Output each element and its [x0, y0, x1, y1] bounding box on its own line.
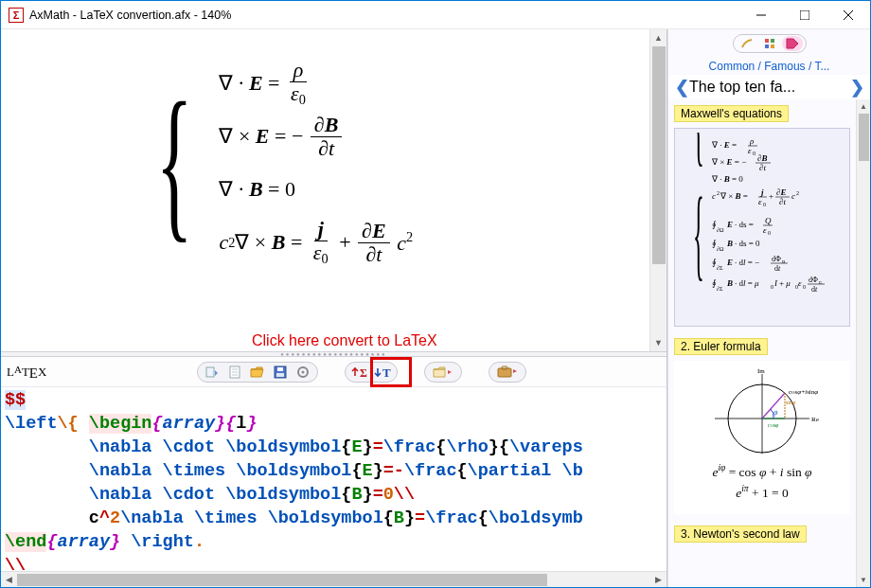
- svg-text:Q: Q: [765, 216, 772, 225]
- svg-text:dΦ: dΦ: [772, 255, 781, 263]
- svg-text:∂Σ: ∂Σ: [717, 286, 723, 292]
- code-hscrollbar[interactable]: ◀ ▶: [1, 571, 667, 587]
- main-column: { ∇ · E = ρε0 ∇ × E = − ∂B∂t: [1, 29, 667, 587]
- svg-text:sinφ: sinφ: [786, 400, 796, 405]
- tb-settings-button[interactable]: [293, 364, 313, 381]
- svg-text:c: c: [712, 191, 716, 201]
- latex-code-panel: $$ \left\{ \begin{array}{l} \nabla \cdot…: [1, 387, 667, 587]
- hscroll-track[interactable]: [547, 572, 650, 587]
- svg-rect-4: [206, 367, 214, 377]
- svg-text:c: c: [791, 191, 795, 201]
- hscroll-thumb[interactable]: [17, 574, 547, 586]
- window-title: AxMath - LaTeX convertion.afx - 140%: [29, 9, 739, 22]
- equation-maxwell: { ∇ · E = ρε0 ∇ × E = − ∂B∂t: [162, 62, 413, 263]
- tb-group-library: [424, 362, 462, 383]
- svg-text:∂Ω: ∂Ω: [717, 227, 724, 233]
- window-controls: [739, 1, 870, 28]
- svg-text:∂E: ∂E: [776, 187, 786, 197]
- prev-category-button[interactable]: ❮: [674, 77, 689, 98]
- svg-text:∂t: ∂t: [779, 197, 786, 206]
- svg-text:B: B: [726, 278, 733, 288]
- card-label-newton: 3. Newton's second law: [674, 526, 807, 543]
- side-scroll-track[interactable]: [857, 161, 870, 573]
- side-tab-grid[interactable]: [759, 36, 780, 51]
- tb-save-button[interactable]: [270, 364, 291, 381]
- svg-text:j: j: [759, 187, 764, 197]
- content-area: { ∇ · E = ρε0 ∇ × E = − ∂B∂t: [1, 29, 870, 587]
- svg-text:ε: ε: [763, 225, 767, 235]
- side-scroll-thumb[interactable]: [859, 114, 869, 161]
- tb-to-latex-button[interactable]: T: [372, 364, 393, 381]
- arrow-down-t-icon: T: [374, 365, 391, 379]
- tb-group-file: [197, 362, 318, 383]
- tb-group-export: [489, 362, 526, 383]
- card-maxwell[interactable]: { ∇ · E = ρε0 ∇ × E = − ∂B∂t ∇ · B = 0 c…: [674, 128, 850, 327]
- svg-rect-21: [771, 45, 774, 48]
- svg-text:Im: Im: [757, 367, 765, 375]
- svg-text:∇ · B = 0: ∇ · B = 0: [711, 174, 743, 184]
- svg-text:2: 2: [796, 190, 799, 196]
- arrow-up-sigma-icon: Σ: [351, 365, 368, 379]
- side-vscrollbar[interactable]: ▲ ▼: [856, 99, 870, 587]
- side-tab-brush[interactable]: [737, 36, 757, 51]
- svg-point-13: [301, 370, 304, 373]
- tb-open-button[interactable]: [247, 364, 268, 381]
- svg-text:cosφ+isinφ: cosφ+isinφ: [789, 388, 818, 396]
- maximize-button[interactable]: [783, 1, 827, 28]
- scroll-thumb[interactable]: [652, 46, 666, 264]
- svg-text:{: {: [693, 133, 704, 174]
- app-icon: Σ: [9, 8, 24, 23]
- tag-icon: [786, 38, 799, 49]
- svg-text:T: T: [382, 365, 391, 379]
- hscroll-left-arrow[interactable]: ◀: [1, 572, 17, 587]
- gear-icon: [296, 365, 310, 379]
- svg-text:∂B: ∂B: [757, 153, 767, 163]
- tb-folder-button[interactable]: [429, 364, 457, 381]
- callout-text: Click here convert to LaTeX: [252, 332, 437, 349]
- tb-to-equation-button[interactable]: Σ: [349, 364, 370, 381]
- page-icon: [229, 365, 240, 379]
- briefcase-icon: [497, 365, 518, 378]
- svg-text:cosφ: cosφ: [768, 422, 779, 428]
- svg-text:∂Ω: ∂Ω: [717, 246, 724, 252]
- scroll-down-arrow[interactable]: ▼: [650, 334, 667, 351]
- tb-briefcase-button[interactable]: [493, 364, 522, 381]
- card-euler[interactable]: Re Im φ cosφ+isinφ sinφ cosφ: [674, 361, 850, 514]
- equation-stack: ∇ · E = ρε0 ∇ × E = − ∂B∂t ∇ · B = 0: [219, 62, 413, 263]
- svg-text:+ μ: + μ: [779, 278, 791, 288]
- close-button[interactable]: [827, 1, 870, 28]
- svg-text:ε: ε: [758, 197, 762, 206]
- scroll-track[interactable]: [650, 264, 667, 334]
- equation-canvas[interactable]: { ∇ · E = ρε0 ∇ × E = − ∂B∂t: [1, 29, 649, 351]
- side-panel-body: Maxwell's equations { ∇ · E = ρε0 ∇ × E …: [668, 99, 870, 587]
- side-panel-tabs: [668, 29, 870, 58]
- eq-row-4: c2∇ × B = jε0 + ∂E∂t c2: [219, 222, 413, 263]
- svg-text:∇ × E = −: ∇ × E = −: [711, 157, 746, 167]
- svg-text:0: 0: [768, 230, 771, 236]
- tb-new-button[interactable]: [224, 364, 245, 381]
- svg-text:0: 0: [763, 202, 766, 207]
- minimize-button[interactable]: [739, 1, 783, 28]
- side-scroll-up[interactable]: ▲: [857, 99, 870, 114]
- svg-text:Re: Re: [811, 416, 819, 423]
- svg-text:∇ · E =: ∇ · E =: [711, 140, 737, 150]
- latex-code-textarea[interactable]: $$ \left\{ \begin{array}{l} \nabla \cdot…: [1, 387, 667, 571]
- side-tab-library[interactable]: [782, 36, 803, 51]
- maxwell-thumbnail: { ∇ · E = ρε0 ∇ × E = − ∂B∂t ∇ · B = 0 c…: [691, 133, 833, 322]
- svg-text:E: E: [726, 258, 733, 267]
- code-begin: \begin: [89, 414, 152, 434]
- left-brace: {: [156, 86, 193, 240]
- side-scroll-down[interactable]: ▼: [857, 573, 870, 587]
- equation-vscrollbar[interactable]: ▲ ▼: [649, 29, 667, 351]
- save-icon: [274, 365, 287, 379]
- scroll-up-arrow[interactable]: ▲: [650, 29, 667, 46]
- app-window: Σ AxMath - LaTeX convertion.afx - 140% {: [0, 0, 871, 588]
- folder-open-icon: [250, 366, 265, 378]
- tb-dropdown-button[interactable]: [202, 364, 222, 381]
- svg-text:{: {: [693, 176, 704, 290]
- svg-text:· dl = μ: · dl = μ: [735, 278, 759, 288]
- side-breadcrumb[interactable]: Common / Famous / T...: [668, 58, 870, 75]
- hscroll-right-arrow[interactable]: ▶: [650, 572, 667, 587]
- next-category-button[interactable]: ❯: [849, 77, 864, 98]
- eq-row-2: ∇ × E = − ∂B∂t: [219, 116, 413, 157]
